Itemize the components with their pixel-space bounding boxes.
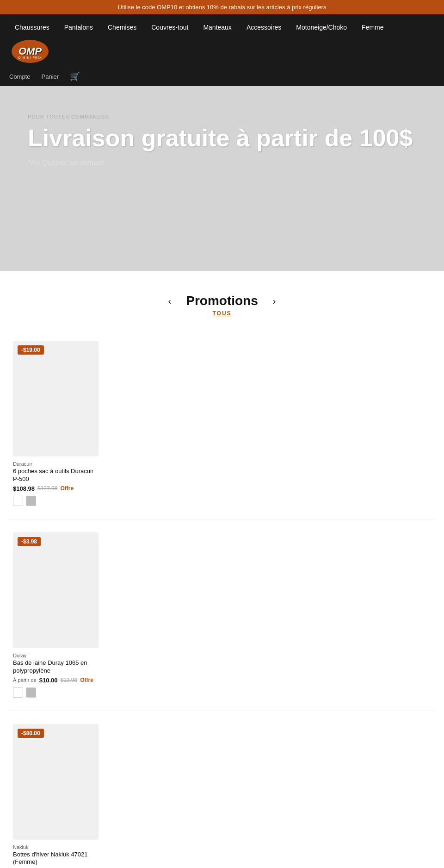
discount-badge-2: -$3.98 [18, 537, 41, 546]
color-swatches-1 [13, 496, 99, 506]
swatch-white-2[interactable] [13, 687, 23, 698]
price-offre-1: Offre [60, 485, 74, 492]
prev-arrow[interactable]: ‹ [165, 294, 175, 308]
promo-banner: Utilise le code OMP10 et obtiens 10% de … [0, 0, 444, 14]
nav-link-pantalons[interactable]: Pantalons [59, 20, 99, 35]
hero-title: Livraison gratuite à partir de 100$ [28, 125, 416, 151]
discount-badge-3: -$80.00 [18, 729, 44, 738]
nav-link-motoneige[interactable]: Motoneige/Choko [290, 20, 352, 35]
main-nav: ChaussuresPantalonsChemisesCouvres-toutM… [0, 14, 444, 86]
product-row: -$19.00 Duracuir 6 poches sac à outils D… [9, 328, 435, 519]
product-image-1[interactable]: -$19.00 [13, 341, 99, 456]
swatch-gray-1[interactable] [26, 496, 36, 506]
compte-link[interactable]: Compte [9, 73, 31, 80]
hero-section: POUR TOUTES COMMANDES Livraison gratuite… [0, 86, 444, 271]
promotions-title: Promotions [186, 293, 258, 308]
logo-subtext: O MINI PRIX [18, 56, 42, 59]
logo-oval: OMP O MINI PRIX [12, 40, 49, 63]
promotions-header: ‹ Promotions › [9, 293, 435, 308]
product-price-row-1: $108.98 $127.98 Offre [13, 485, 99, 492]
product-brand-2: Duray [13, 653, 99, 658]
price-current-1: $108.98 [13, 485, 35, 492]
nav-link-chaussures[interactable]: Chaussures [9, 20, 55, 35]
bottom-nav: Compte Panier 🛒 [9, 68, 435, 86]
nav-link-couvres-tout[interactable]: Couvres-tout [146, 20, 194, 35]
product-card-1: -$19.00 Duracuir 6 poches sac à outils D… [13, 341, 99, 506]
swatch-white-1[interactable] [13, 496, 23, 506]
price-offre-2: Offre [80, 677, 93, 683]
nav-link-chemises[interactable]: Chemises [102, 20, 142, 35]
price-current-2: $10.00 [39, 677, 58, 684]
product-image-3[interactable]: -$80.00 [13, 724, 99, 840]
product-brand-1: Duracuir [13, 461, 99, 467]
product-image-2[interactable]: -$3.98 [13, 532, 99, 648]
color-swatches-2 [13, 687, 99, 698]
product-row-2: -$3.98 Duray Bas de laine Duray 1065 en … [9, 519, 435, 711]
hero-subtitle: *Au Québec seulement [28, 159, 416, 167]
nav-link-femme[interactable]: Femme [356, 20, 389, 35]
product-name-1: 6 poches sac à outils Duracuir P-500 [13, 468, 99, 483]
logo-text: OMP [18, 46, 42, 56]
discount-badge-1: -$19.00 [18, 345, 44, 355]
price-original-1: $127.98 [37, 485, 57, 492]
hero-label: POUR TOUTES COMMANDES [28, 114, 416, 119]
swatch-gray-2[interactable] [26, 687, 36, 698]
tous-label[interactable]: TOUS [9, 310, 435, 317]
logo-box[interactable]: OMP O MINI PRIX [9, 38, 51, 64]
next-arrow[interactable]: › [269, 294, 280, 308]
product-name-2: Bas de laine Duray 1065 en polypropylène [13, 659, 99, 675]
promotions-section: ‹ Promotions › TOUS -$19.00 Duracuir 6 p… [0, 271, 444, 868]
product-card-3: -$80.00 Nakiuk Bottes d'hiver Nakiuk 470… [13, 724, 99, 868]
product-card-2: -$3.98 Duray Bas de laine Duray 1065 en … [13, 532, 99, 698]
product-brand-3: Nakiuk [13, 844, 99, 850]
nav-link-manteaux[interactable]: Manteaux [197, 20, 237, 35]
product-row-3: -$80.00 Nakiuk Bottes d'hiver Nakiuk 470… [9, 711, 435, 868]
product-name-3: Bottes d'hiver Nakiuk 47021 (Femme) [13, 851, 99, 867]
nav-link-accessoires[interactable]: Accessoires [241, 20, 287, 35]
promo-banner-text: Utilise le code OMP10 et obtiens 10% de … [118, 4, 327, 11]
nav-links: ChaussuresPantalonsChemisesCouvres-toutM… [9, 14, 435, 35]
cart-icon[interactable]: 🛒 [70, 71, 80, 81]
product-price-row-2: À partir de $10.00 $13.98 Offre [13, 677, 99, 684]
price-original-2: $13.98 [61, 677, 78, 683]
logo-area: OMP O MINI PRIX [9, 35, 435, 68]
panier-label: Panier [42, 73, 59, 80]
price-label-2: À partir de [13, 677, 37, 683]
